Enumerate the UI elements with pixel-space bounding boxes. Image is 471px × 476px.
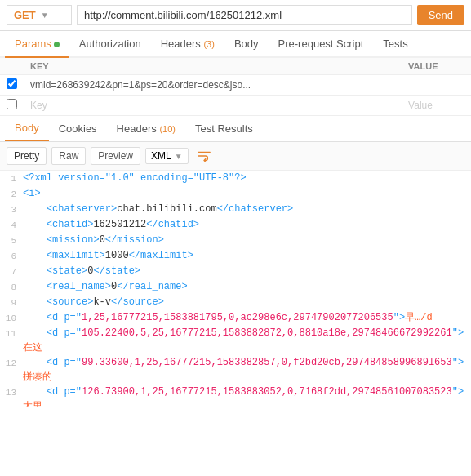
line-number: 11 — [0, 326, 23, 341]
raw-button[interactable]: Raw — [51, 147, 86, 165]
preview-button[interactable]: Preview — [91, 147, 140, 165]
line-number: 5 — [0, 233, 23, 248]
line-content: <i> — [23, 186, 471, 201]
send-button[interactable]: Send — [417, 5, 464, 25]
line-number: 13 — [0, 385, 23, 400]
line-content: <d p="1,25,16777215,1583881795,0,ac298e6… — [23, 310, 471, 325]
line-number: 4 — [0, 217, 23, 233]
format-type-label: XML — [151, 150, 171, 162]
row2-checkbox[interactable] — [7, 99, 17, 109]
resp-tab-cookies[interactable]: Cookies — [49, 117, 107, 140]
format-type-arrow-icon: ▼ — [175, 152, 183, 161]
code-line: 10 <d p="1,25,16777215,1583881795,0,ac29… — [0, 310, 471, 326]
code-line: 7 <state>0</state> — [0, 264, 471, 279]
tab-authorization[interactable]: Authorization — [69, 31, 151, 56]
code-line: 12 <d p="99.33600,1,25,16777215,15838828… — [0, 355, 471, 385]
value-column-header: VALUE — [402, 58, 471, 75]
line-number: 2 — [0, 186, 23, 202]
line-content: <source>k-v</source> — [23, 295, 471, 309]
code-line: 4 <chatid>162501212</chatid> — [0, 217, 471, 233]
code-line: 3 <chatserver>chat.bilibili.com</chatser… — [0, 202, 471, 217]
code-line: 9 <source>k-v</source> — [0, 295, 471, 310]
line-content: <?xml version="1.0" encoding="UTF-8"?> — [23, 171, 471, 185]
line-number: 10 — [0, 310, 23, 326]
line-number: 3 — [0, 202, 23, 217]
row2-value[interactable]: Value — [402, 96, 471, 116]
line-content: <d p="126.73900,1,25,16777215,1583883052… — [23, 385, 471, 407]
code-line: 6 <maxlimit>1000</maxlimit> — [0, 248, 471, 264]
wrap-icon[interactable] — [193, 145, 215, 167]
code-line: 2<i> — [0, 186, 471, 202]
line-content: <mission>0</mission> — [23, 233, 471, 247]
line-number: 6 — [0, 248, 23, 264]
url-input[interactable] — [77, 5, 412, 25]
line-content: <maxlimit>1000</maxlimit> — [23, 248, 471, 263]
row1-key: vmid=268639242&pn=1&ps=20&order=desc&jso… — [24, 75, 402, 96]
tab-pre-request-script[interactable]: Pre-request Script — [269, 31, 374, 56]
code-line: 13 <d p="126.73900,1,25,16777215,1583883… — [0, 385, 471, 407]
table-row: Key Value — [0, 96, 471, 116]
line-content: <d p="105.22400,5,25,16777215,1583882872… — [23, 326, 471, 355]
pretty-button[interactable]: Pretty — [7, 147, 47, 165]
params-table: KEY VALUE vmid=268639242&pn=1&ps=20&orde… — [0, 58, 471, 116]
request-tab-bar: Params Authorization Headers (3) Body Pr… — [0, 31, 471, 58]
line-number: 8 — [0, 279, 23, 295]
line-number: 12 — [0, 355, 23, 371]
code-area: 1<?xml version="1.0" encoding="UTF-8"?>2… — [0, 171, 471, 407]
format-bar: Pretty Raw Preview XML ▼ — [0, 142, 471, 171]
line-content: <chatserver>chat.bilibili.com</chatserve… — [23, 202, 471, 216]
table-row: vmid=268639242&pn=1&ps=20&order=desc&jso… — [0, 75, 471, 96]
kv-checkbox-header — [0, 58, 24, 75]
resp-tab-headers[interactable]: Headers (10) — [107, 117, 185, 140]
method-label: GET — [14, 9, 36, 21]
row2-key[interactable]: Key — [24, 96, 402, 116]
tab-tests[interactable]: Tests — [373, 31, 417, 56]
code-line: 8 <real_name>0</real_name> — [0, 279, 471, 295]
tab-headers[interactable]: Headers (3) — [151, 31, 224, 56]
line-content: <chatid>162501212</chatid> — [23, 217, 471, 232]
row1-checkbox[interactable] — [7, 78, 17, 89]
resp-tab-body[interactable]: Body — [5, 116, 49, 141]
line-content: <real_name>0</real_name> — [23, 279, 471, 294]
line-content: <state>0</state> — [23, 264, 471, 278]
code-line: 1<?xml version="1.0" encoding="UTF-8"?> — [0, 171, 471, 186]
row1-value — [402, 75, 471, 96]
resp-tab-test-results[interactable]: Test Results — [185, 117, 263, 140]
method-arrow-icon: ▼ — [41, 11, 49, 20]
top-bar: GET ▼ Send — [0, 0, 471, 31]
code-line: 11 <d p="105.22400,5,25,16777215,1583882… — [0, 326, 471, 355]
line-content: <d p="99.33600,1,25,16777215,1583882857,… — [23, 355, 471, 385]
params-dot — [54, 42, 60, 47]
line-number: 1 — [0, 171, 23, 186]
method-selector[interactable]: GET ▼ — [7, 5, 72, 25]
response-tab-bar: Body Cookies Headers (10) Test Results — [0, 116, 471, 142]
tab-params[interactable]: Params — [5, 31, 69, 58]
code-line: 5 <mission>0</mission> — [0, 233, 471, 248]
line-number: 7 — [0, 264, 23, 279]
line-number: 9 — [0, 295, 23, 310]
tab-body[interactable]: Body — [224, 31, 269, 56]
format-type-selector[interactable]: XML ▼ — [145, 148, 189, 164]
key-column-header: KEY — [24, 58, 402, 75]
